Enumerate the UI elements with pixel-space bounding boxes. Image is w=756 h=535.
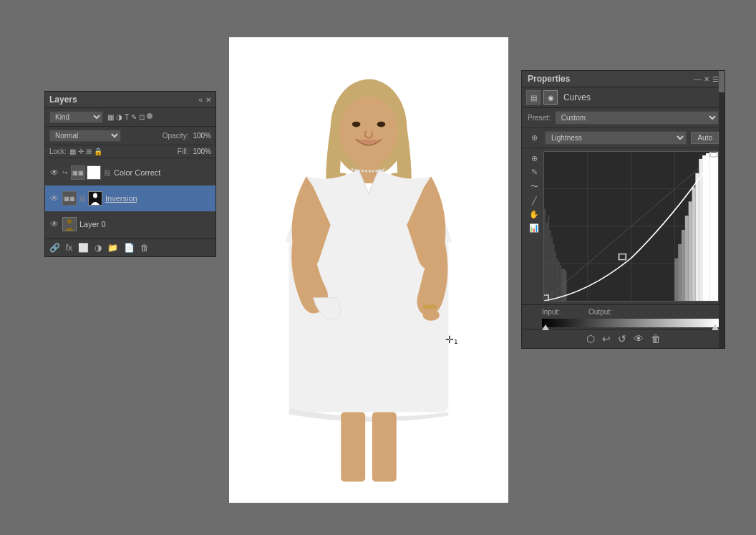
gradient-handle-right[interactable] — [712, 324, 719, 330]
reset-adjustments-icon[interactable]: ↺ — [618, 333, 626, 344]
layers-list: 👁 ↪ ▦▦ ⛓ Color Correct 👁 ▦▦ ⛓ — [45, 158, 215, 238]
gradient-bar-row — [522, 317, 724, 329]
svg-rect-27 — [555, 251, 556, 301]
layer-chain-icon: ⛓ — [104, 169, 111, 177]
adjustment-filter-icon[interactable]: ◑ — [116, 113, 122, 121]
sample-all-icon[interactable]: ⊕ — [531, 133, 538, 143]
crosshair-cursor: ✛₁ — [445, 334, 458, 345]
layer-name[interactable]: Layer 0 — [79, 220, 211, 228]
previous-state-icon[interactable]: ↩ — [602, 333, 611, 344]
hand-tool-icon[interactable]: ✋ — [529, 210, 539, 219]
pencil-tool-icon[interactable]: ✎ — [531, 168, 538, 177]
svg-point-6 — [377, 122, 386, 127]
svg-rect-25 — [551, 237, 553, 301]
kind-row: Kind ▦ ◑ T ✎ ⊡ — [45, 108, 215, 127]
svg-rect-44 — [709, 153, 718, 301]
svg-rect-28 — [556, 259, 558, 301]
smooth-curve-icon[interactable]: 〜 — [530, 181, 538, 192]
lock-row: Lock: ▦ ✛ ⊞ 🔒 Fill: 100% — [45, 145, 215, 158]
svg-rect-35 — [678, 244, 682, 301]
eyedropper-tools: ⊕ — [528, 133, 541, 143]
auto-button[interactable]: Auto — [691, 132, 719, 144]
layer-thumbnails — [62, 217, 77, 231]
svg-rect-10 — [423, 304, 437, 309]
delete-layer-icon[interactable]: 🗑 — [140, 243, 149, 253]
fill-value[interactable]: 100% — [193, 148, 211, 155]
properties-panel: Properties — ✕ ☰ ▤ ◉ Curves Preset: Cust… — [521, 70, 725, 349]
layer-mask-icon[interactable]: ⬜ — [78, 243, 89, 253]
svg-rect-11 — [341, 413, 365, 482]
layers-panel-header: Layers « ✕ — [45, 92, 215, 108]
layer-visibility-icon[interactable]: 👁 — [49, 219, 59, 229]
toggle-visibility-icon[interactable]: 👁 — [634, 333, 644, 344]
lock-all-icon[interactable]: 🔒 — [94, 148, 102, 155]
curves-graph[interactable] — [543, 151, 719, 302]
layer-row[interactable]: 👁 ▦▦ ⛓ Inversion — [45, 185, 215, 211]
lock-artboard-icon[interactable]: ⊞ — [86, 148, 92, 155]
layer-thumb-group-icon: ▦▦ — [71, 165, 85, 180]
svg-rect-21 — [544, 208, 546, 301]
group-layers-icon[interactable]: 📁 — [107, 243, 118, 253]
gradient-bar — [542, 319, 719, 327]
type-filter-icon[interactable]: T — [125, 113, 129, 121]
properties-tabs: ▤ ◉ Curves — [522, 87, 724, 108]
adjustment-layer-icon[interactable]: ◑ — [94, 243, 102, 253]
properties-scrollbar-thumb[interactable] — [719, 71, 724, 92]
channel-row: ⊕ Lightness Auto — [522, 128, 724, 148]
line-tool-icon[interactable]: ╱ — [532, 196, 537, 206]
opacity-value[interactable]: 100% — [193, 132, 211, 140]
lock-position-icon[interactable]: ✛ — [78, 148, 84, 155]
svg-point-9 — [423, 309, 440, 321]
color-filter-icon[interactable] — [147, 113, 152, 119]
layer-name[interactable]: Color Correct — [114, 168, 211, 177]
svg-rect-40 — [695, 173, 699, 301]
preset-label: Preset: — [528, 114, 551, 122]
clipping-mask-icon[interactable]: ⬡ — [586, 333, 595, 344]
svg-rect-30 — [560, 265, 561, 301]
smartobject-filter-icon[interactable]: ⊡ — [139, 113, 145, 121]
channel-select[interactable]: Lightness — [545, 131, 687, 145]
blend-mode-select[interactable]: Normal — [49, 130, 121, 142]
canvas-area: ✛₁ — [229, 37, 508, 503]
layer-thumb-figure — [88, 191, 102, 206]
layers-panel-footer: 🔗 fx ⬜ ◑ 📁 📄 🗑 — [45, 238, 215, 256]
select-point-icon[interactable]: ⊕ — [531, 154, 538, 163]
svg-rect-38 — [689, 201, 692, 301]
layer-name[interactable]: Inversion — [105, 194, 211, 203]
collapse-properties-icon[interactable]: — — [694, 75, 701, 83]
kind-select[interactable]: Kind — [49, 111, 103, 123]
collapse-icon[interactable]: « — [198, 96, 203, 104]
properties-scrollbar[interactable] — [719, 71, 724, 348]
layers-panel-title: Layers — [49, 95, 77, 105]
properties-menu-icon[interactable]: ☰ — [712, 75, 719, 83]
lock-pixels-icon[interactable]: ▦ — [69, 148, 76, 155]
gradient-handle-left[interactable] — [542, 324, 549, 330]
layer-row[interactable]: 👁 ↪ ▦▦ ⛓ Color Correct — [45, 160, 215, 185]
shape-filter-icon[interactable]: ✎ — [131, 113, 137, 121]
layer-visibility-icon[interactable]: 👁 — [49, 168, 59, 178]
svg-rect-12 — [372, 413, 397, 482]
svg-rect-43 — [706, 153, 709, 301]
svg-rect-29 — [558, 262, 559, 301]
preset-select[interactable]: Custom — [555, 111, 719, 125]
delete-adjustment-icon[interactable]: 🗑 — [651, 333, 661, 344]
close-icon[interactable]: ✕ — [205, 96, 211, 104]
properties-tab-curves[interactable]: ◉ — [543, 90, 558, 105]
histogram-icon[interactable]: 📊 — [529, 223, 539, 233]
kind-filter-icons: ▦ ◑ T ✎ ⊡ — [107, 113, 152, 121]
input-output-row: Input: Output: — [522, 304, 724, 317]
properties-panel-title: Properties — [528, 74, 570, 84]
layer-visibility-icon[interactable]: 👁 — [49, 193, 59, 203]
svg-rect-24 — [549, 230, 551, 301]
properties-tab-sliders[interactable]: ▤ — [526, 90, 541, 105]
layer-thumb-mask — [87, 165, 101, 180]
layer-row[interactable]: 👁 Layer 0 — [45, 211, 215, 237]
svg-rect-41 — [699, 159, 702, 301]
link-layers-icon[interactable]: 🔗 — [49, 243, 60, 253]
layer-effects-icon[interactable]: fx — [66, 243, 72, 253]
svg-point-1 — [67, 219, 72, 223]
pixel-filter-icon[interactable]: ▦ — [107, 113, 114, 121]
new-layer-icon[interactable]: 📄 — [124, 243, 135, 253]
close-properties-icon[interactable]: ✕ — [704, 75, 709, 83]
svg-point-5 — [352, 122, 361, 127]
